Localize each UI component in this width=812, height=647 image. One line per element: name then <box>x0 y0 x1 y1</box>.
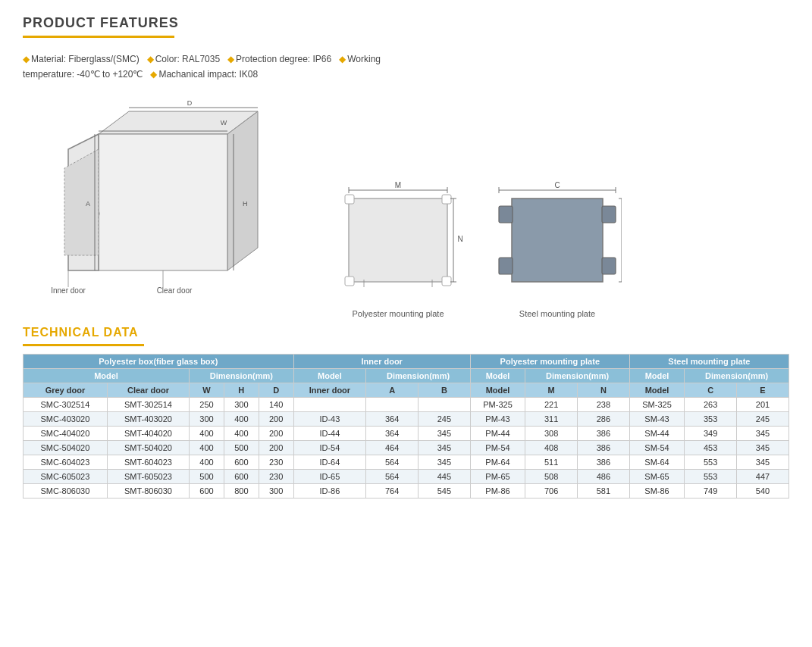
table-cell: 800 <box>224 483 259 498</box>
table-cell: 400 <box>224 426 259 440</box>
table-cell: ID-44 <box>293 426 366 440</box>
table-row: SMC-806030SMT-806030600800300ID-86764545… <box>24 483 789 498</box>
table-cell: PM-86 <box>470 483 525 498</box>
table-row: SMC-404020SMT-404020400400200ID-44364345… <box>24 426 789 440</box>
col-group-polyester-plate: Polyester mounting plate <box>470 354 629 368</box>
table-cell: 200 <box>259 440 293 455</box>
subheader-model-steel: Model <box>629 368 684 383</box>
svg-text:Clear door: Clear door <box>157 286 193 295</box>
table-cell: SM-44 <box>629 426 684 440</box>
subheader-model-poly: Model <box>470 368 525 383</box>
table-cell: SMC-605023 <box>24 469 108 483</box>
table-cell: 400 <box>190 440 224 455</box>
col-group-polyester-box: Polyester box(fiber glass box) <box>24 354 294 368</box>
product-table: Polyester box(fiber glass box) Inner doo… <box>23 354 789 499</box>
table-cell: SMT-302514 <box>107 397 189 411</box>
table-cell: SMT-604023 <box>107 455 189 469</box>
table-cell: SMC-504020 <box>24 440 108 455</box>
features-section: ◆Material: Fiberglass/(SMC) ◆Color: RAL7… <box>23 52 789 83</box>
table-cell: 553 <box>685 469 737 483</box>
table-cell: 500 <box>224 440 259 455</box>
table-row: SMC-403020SMT-403020300400200ID-43364245… <box>24 411 789 426</box>
table-cell: SM-64 <box>629 455 684 469</box>
table-cell: 511 <box>525 455 578 469</box>
col-group-steel-plate: Steel mounting plate <box>629 354 788 368</box>
table-cell: ID-54 <box>293 440 366 455</box>
table-cell: 263 <box>685 397 737 411</box>
technical-data-title: TECHNICAL DATA <box>23 326 789 339</box>
diamond-icon3: ◆ <box>227 54 234 64</box>
table-cell: 345 <box>419 455 471 469</box>
table-cell: SMT-404020 <box>107 426 189 440</box>
col-group-inner-door: Inner door <box>293 354 470 368</box>
svg-rect-22 <box>442 277 451 286</box>
table-cell: SM-325 <box>629 397 684 411</box>
svg-text:A: A <box>86 200 90 208</box>
table-cell: SMC-806030 <box>24 483 108 498</box>
table-row: SMC-302514SMT-302514250300140PM-32522123… <box>24 397 789 411</box>
svg-rect-2 <box>99 134 227 270</box>
subheader-model-inner: Model <box>293 368 366 383</box>
subheader-model-box: Model <box>24 368 190 383</box>
table-row: SMC-504020SMT-504020400500200ID-54464345… <box>24 440 789 455</box>
table-cell: 345 <box>419 426 471 440</box>
table-cell: 764 <box>366 483 419 498</box>
subheader-dim-poly: Dimension(mm) <box>525 368 630 383</box>
table-cell: 300 <box>259 483 293 498</box>
table-cell: 300 <box>190 411 224 426</box>
table-cell: 706 <box>525 483 578 498</box>
table-cell: 345 <box>737 455 789 469</box>
table-cell: 230 <box>259 455 293 469</box>
table-cell: 749 <box>685 483 737 498</box>
svg-rect-19 <box>345 195 354 204</box>
table-cell: 464 <box>366 440 419 455</box>
steel-plate-item: C E Steel mounting plate <box>493 180 622 318</box>
svg-marker-1 <box>227 111 258 270</box>
table-cell: 453 <box>685 440 737 455</box>
col-c: C <box>685 383 737 397</box>
table-cell: 345 <box>737 440 789 455</box>
table-cell: PM-43 <box>470 411 525 426</box>
polyester-plate-item: M N Polyester mounting plate <box>334 180 462 318</box>
svg-text:H: H <box>243 200 248 208</box>
table-cell: 408 <box>525 440 578 455</box>
table-cell: 353 <box>685 411 737 426</box>
svg-rect-20 <box>442 195 451 204</box>
table-cell: 200 <box>259 411 293 426</box>
svg-rect-37 <box>602 258 616 274</box>
table-cell: 500 <box>190 469 224 483</box>
subheader-dim-steel: Dimension(mm) <box>685 368 789 383</box>
table-cell: SMC-604023 <box>24 455 108 469</box>
title-underline <box>23 36 174 38</box>
svg-rect-21 <box>345 277 354 286</box>
table-cell: 230 <box>259 469 293 483</box>
table-cell: 245 <box>419 411 471 426</box>
table-cell: PM-44 <box>470 426 525 440</box>
table-cell: 345 <box>419 440 471 455</box>
col-model-poly: Model <box>470 383 525 397</box>
col-m: M <box>525 383 578 397</box>
table-cell: 545 <box>419 483 471 498</box>
diamond-icon2: ◆ <box>147 54 154 64</box>
col-d: D <box>259 383 293 397</box>
table-cell <box>293 397 366 411</box>
table-cell: PM-54 <box>470 440 525 455</box>
plates-row: M N Polyester mounting plate <box>334 180 789 318</box>
table-cell: 600 <box>224 455 259 469</box>
table-cell: PM-64 <box>470 455 525 469</box>
table-cell: PM-325 <box>470 397 525 411</box>
technical-title-underline <box>23 344 144 346</box>
table-cell: 445 <box>419 469 471 483</box>
table-cell: 400 <box>224 411 259 426</box>
table-cell: ID-43 <box>293 411 366 426</box>
table-cell: 600 <box>190 483 224 498</box>
polyester-plate-label: Polyester mounting plate <box>352 309 444 318</box>
col-a: A <box>366 383 419 397</box>
table-cell: 300 <box>224 397 259 411</box>
table-cell: PM-65 <box>470 469 525 483</box>
technical-word: TECHNICAL <box>23 326 99 339</box>
table-cell: 286 <box>578 411 630 426</box>
table-cell: 238 <box>578 397 630 411</box>
table-cell: SMC-403020 <box>24 411 108 426</box>
table-cell: 386 <box>578 426 630 440</box>
